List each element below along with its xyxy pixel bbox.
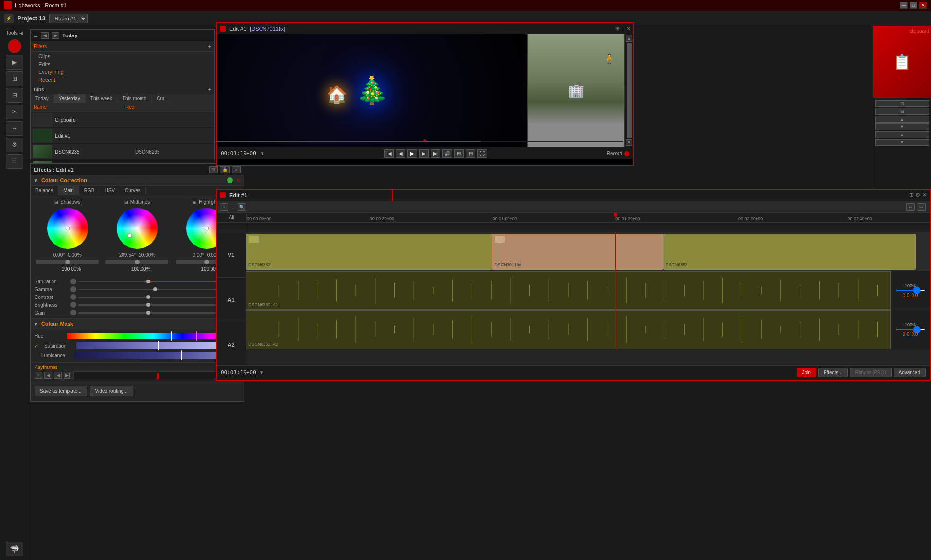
tool-button-2[interactable]: ⊞	[6, 71, 23, 86]
minimize-button[interactable]: —	[900, 2, 908, 9]
timecode-dropdown-icon[interactable]: ▼	[260, 151, 265, 156]
scroll-thumb[interactable]	[627, 43, 632, 138]
shadows-slider[interactable]	[36, 260, 99, 264]
clip-v1-dscn7011fix[interactable]: DSCN7011fix	[492, 234, 663, 270]
cc-close-button[interactable]: ✕	[236, 177, 241, 184]
filter-everything[interactable]: Everything	[31, 68, 214, 76]
tool-button-7[interactable]: ☰	[6, 154, 23, 169]
tab-yesterday[interactable]: Yesterday	[54, 94, 86, 103]
filter-edits[interactable]: Edits	[31, 60, 214, 68]
shadows-color-wheel[interactable]	[46, 207, 89, 250]
project-nav-back[interactable]: ◀	[41, 32, 49, 39]
video-scrollbar[interactable]: ▲ ▼	[624, 34, 633, 147]
kf-prev-button[interactable]: ◀	[44, 372, 52, 379]
tl-settings-button[interactable]: ⚙	[915, 192, 920, 198]
advanced-button[interactable]: Advanced	[894, 368, 926, 377]
go-end-button[interactable]: ▶|	[431, 149, 440, 158]
preview-close-button[interactable]: ✕	[626, 26, 630, 31]
param-contrast-icon[interactable]	[70, 294, 76, 300]
param-gain-slider[interactable]	[78, 312, 218, 314]
add-bin-button[interactable]: +	[208, 86, 211, 93]
preview-link-button[interactable]: ⊞	[615, 26, 619, 31]
filter-clips[interactable]: Clips	[31, 52, 214, 60]
item-clipboard[interactable]: Clipboard	[31, 112, 214, 128]
scroll-down-button[interactable]: ▼	[626, 139, 632, 146]
preview-progress-bar[interactable]	[217, 141, 623, 142]
filter-recent[interactable]: Recent	[31, 76, 214, 84]
kf-first-button[interactable]: |◀	[54, 372, 62, 379]
kf-add-button[interactable]: +	[35, 372, 42, 379]
a2-volume-slider[interactable]	[896, 329, 925, 330]
tl-redo-button[interactable]: ↪	[917, 203, 926, 211]
preview-minimize-button[interactable]: —	[620, 26, 625, 31]
mask-luminance-gradient[interactable]	[73, 352, 240, 359]
item-edit1[interactable]: Edit #1	[31, 128, 214, 144]
param-gain-icon[interactable]	[70, 310, 76, 315]
effects-pin-button[interactable]: ⊞	[209, 166, 218, 173]
tab-current[interactable]: Cur	[152, 94, 170, 103]
tab-this-month[interactable]: This month	[118, 94, 152, 103]
cc-tab-balance[interactable]: Balance	[31, 186, 58, 195]
cc-tab-main[interactable]: Main	[58, 186, 79, 195]
param-gamma-slider[interactable]	[78, 289, 218, 290]
project-nav-fwd[interactable]: ▶	[52, 32, 59, 39]
param-saturation-slider[interactable]	[78, 281, 218, 282]
add-filter-button[interactable]: +	[208, 42, 211, 50]
cc-tab-curves[interactable]: Curves	[120, 186, 146, 195]
project-menu-icon[interactable]: ☰	[34, 33, 38, 38]
midtones-slider[interactable]	[105, 260, 168, 264]
fullscreen-button[interactable]: ⛶	[477, 149, 487, 158]
tl-link-button[interactable]: ⊞	[909, 192, 913, 198]
kf-timeline[interactable]	[73, 371, 240, 379]
tl-add-tool[interactable]: +	[220, 203, 228, 211]
mask-saturation-gradient[interactable]	[76, 342, 240, 349]
play-button[interactable]: ▶	[407, 149, 417, 158]
render-button[interactable]: Render (PRO)	[850, 368, 892, 377]
midtones-color-wheel[interactable]	[115, 207, 159, 250]
right-scroll-3[interactable]: ▲	[875, 116, 929, 122]
kf-next-button[interactable]: ▶|	[64, 372, 71, 379]
join-button[interactable]: Join	[797, 368, 816, 377]
effects-close-button[interactable]: ✕	[232, 166, 241, 173]
cc-tab-hsv[interactable]: HSV	[100, 186, 121, 195]
param-brightness-icon[interactable]	[70, 302, 76, 308]
tl-zoom-tool[interactable]: 🔍	[238, 203, 246, 211]
tool-button-6[interactable]: ⚙	[6, 138, 23, 152]
video-routing-button[interactable]: Video routing...	[90, 386, 133, 396]
mask-hue-gradient[interactable]	[67, 332, 240, 339]
track-v1[interactable]: DSCN6352 DSCN7011fix DSCN6352	[246, 232, 930, 271]
param-gamma-icon[interactable]	[70, 286, 76, 292]
right-scroll-1[interactable]: ⊞	[875, 100, 929, 107]
window-controls[interactable]: — □ ✕	[900, 2, 927, 9]
track-a2[interactable]: DSCN6352, A2 100% 0.0 0.0	[246, 310, 930, 349]
audio-clip-a1[interactable]: DSCN6352, A1	[246, 271, 891, 310]
tab-today[interactable]: Today	[31, 94, 54, 103]
clip-v1-dscn6352-2[interactable]: DSCN6352	[663, 234, 916, 270]
cc-expand-icon[interactable]: ▼	[34, 178, 38, 183]
step-forward-button[interactable]: ▶	[419, 149, 429, 158]
clip-v1-dscn6352-1[interactable]: DSCN6352	[246, 234, 492, 270]
cc-enable-toggle[interactable]	[227, 177, 233, 183]
cc-tab-rgb[interactable]: RGB	[79, 186, 100, 195]
room-selector[interactable]: Room #1	[49, 14, 88, 23]
param-contrast-slider[interactable]	[78, 297, 218, 298]
right-scroll-6[interactable]: ▼	[875, 139, 929, 146]
audio-button[interactable]: 🔊	[442, 149, 452, 158]
item-dscn6235[interactable]: DSCN6235 DSCN6235	[31, 144, 214, 160]
right-scroll-4[interactable]: ▼	[875, 123, 929, 130]
save-template-button[interactable]: Save as template...	[35, 386, 87, 396]
tab-this-week[interactable]: This week	[86, 94, 118, 103]
tl-undo-button[interactable]: ↩	[906, 203, 915, 211]
param-saturation-icon[interactable]	[70, 279, 76, 284]
go-start-button[interactable]: |◀	[384, 149, 394, 158]
maximize-button[interactable]: □	[910, 2, 917, 9]
tool-button-4[interactable]: ✂	[6, 105, 23, 119]
tool-button-shark[interactable]: 🦈	[6, 542, 23, 556]
param-brightness-slider[interactable]	[78, 304, 218, 306]
tool-button-3[interactable]: ⊟	[6, 88, 23, 103]
tl-close-button[interactable]: ✕	[922, 192, 927, 198]
mask-expand-icon[interactable]: ▼	[34, 321, 38, 327]
effects-lock-button[interactable]: 🔒	[220, 166, 230, 173]
speaker-button[interactable]: ⊞	[454, 149, 464, 158]
scroll-up-button[interactable]: ▲	[626, 35, 632, 42]
